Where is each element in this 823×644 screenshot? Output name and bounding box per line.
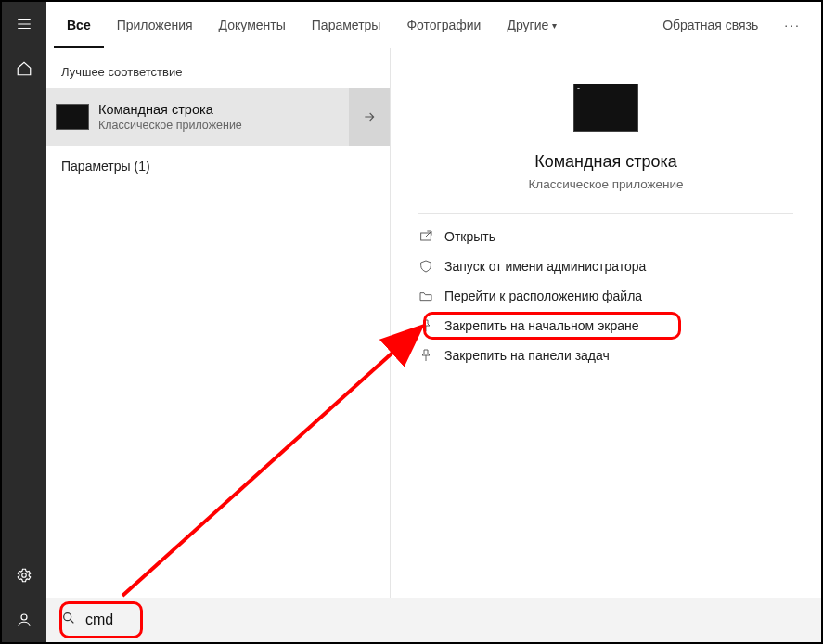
start-search-window: Все Приложения Документы Параметры Фотог… bbox=[0, 0, 823, 644]
preview-hero: Командная строка Классическое приложение bbox=[391, 48, 821, 191]
cmd-icon bbox=[46, 88, 98, 146]
cmd-icon bbox=[573, 84, 638, 132]
tab-apps[interactable]: Приложения bbox=[104, 2, 206, 48]
tab-other[interactable]: Другие▾ bbox=[494, 2, 570, 48]
search-panel: Все Приложения Документы Параметры Фотог… bbox=[46, 2, 821, 598]
tab-photos[interactable]: Фотографии bbox=[393, 2, 494, 48]
expand-arrow-button[interactable] bbox=[349, 88, 390, 146]
search-input[interactable] bbox=[85, 612, 806, 628]
action-open-location[interactable]: Перейти к расположению файла bbox=[409, 281, 803, 311]
filter-tabs: Все Приложения Документы Параметры Фотог… bbox=[46, 2, 821, 48]
gear-icon[interactable] bbox=[2, 553, 46, 598]
preview-title: Командная строка bbox=[534, 152, 677, 172]
action-open[interactable]: Открыть bbox=[409, 222, 803, 251]
feedback-link[interactable]: Обратная связь bbox=[649, 2, 771, 48]
user-icon[interactable] bbox=[2, 598, 46, 642]
results-column: Лучшее соответствие Командная строка Кла… bbox=[46, 48, 390, 598]
svg-point-0 bbox=[22, 573, 27, 578]
pin-icon bbox=[418, 318, 433, 333]
result-subtitle: Классическое приложение bbox=[98, 119, 349, 132]
best-match-item[interactable]: Командная строка Классическое приложение bbox=[46, 88, 390, 146]
more-icon[interactable]: ··· bbox=[771, 18, 814, 32]
svg-point-3 bbox=[64, 613, 71, 621]
pin-icon bbox=[418, 348, 433, 363]
action-pin-start[interactable]: Закрепить на начальном экране bbox=[409, 311, 803, 341]
shield-icon bbox=[418, 259, 433, 274]
search-bar[interactable] bbox=[46, 598, 821, 642]
search-icon bbox=[61, 611, 76, 629]
preview-column: Командная строка Классическое приложение… bbox=[390, 48, 821, 598]
action-run-as-admin[interactable]: Запуск от имени администратора bbox=[409, 251, 803, 281]
chevron-down-icon: ▾ bbox=[552, 20, 557, 31]
tab-all[interactable]: Все bbox=[54, 2, 104, 48]
folder-icon bbox=[418, 289, 433, 303]
hamburger-icon[interactable] bbox=[2, 2, 46, 46]
divider bbox=[418, 213, 793, 214]
start-sidebar bbox=[2, 2, 46, 642]
best-match-label: Лучшее соответствие bbox=[46, 65, 390, 88]
svg-point-1 bbox=[21, 614, 27, 620]
best-match-text: Командная строка Классическое приложение bbox=[98, 88, 349, 146]
open-icon bbox=[418, 229, 433, 244]
home-icon[interactable] bbox=[2, 46, 46, 91]
search-body: Лучшее соответствие Командная строка Кла… bbox=[46, 48, 821, 598]
tab-settings[interactable]: Параметры bbox=[299, 2, 394, 48]
action-list: Открыть Запуск от имени администратора П… bbox=[391, 222, 821, 370]
preview-subtitle: Классическое приложение bbox=[528, 177, 683, 191]
action-pin-taskbar[interactable]: Закрепить на панели задач bbox=[409, 341, 803, 370]
tab-docs[interactable]: Документы bbox=[206, 2, 299, 48]
settings-category[interactable]: Параметры (1) bbox=[46, 146, 390, 187]
result-title: Командная строка bbox=[98, 102, 349, 117]
